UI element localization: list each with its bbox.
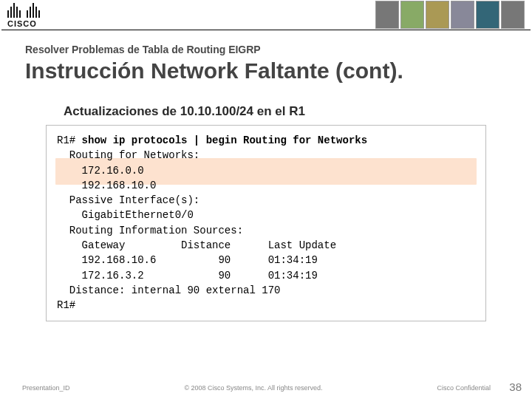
footer: Presentation_ID © 2008 Cisco Systems, In… (0, 384, 532, 392)
top-bar: CISCO (0, 0, 532, 30)
terminal-line: R1# (57, 298, 475, 313)
page-number: 38 (509, 381, 522, 393)
terminal-line: Distance: internal 90 external 170 (57, 283, 475, 298)
slide-content: Resolver Problemas de Tabla de Routing E… (0, 30, 532, 321)
footer-right: Cisco Confidential (437, 384, 491, 392)
terminal-output: R1# show ip protocols | begin Routing fo… (47, 126, 485, 321)
terminal-line: Routing for Networks: (57, 148, 475, 163)
terminal-line: Routing Information Sources: (57, 223, 475, 238)
slide-kicker: Resolver Problemas de Tabla de Routing E… (25, 44, 507, 55)
footer-center: © 2008 Cisco Systems, Inc. All rights re… (70, 384, 437, 392)
terminal-line: 172.16.3.2 90 01:34:19 (57, 268, 475, 283)
terminal-line: GigabitEthernet0/0 (57, 208, 475, 222)
terminal-line: Gateway Distance Last Update (57, 238, 475, 253)
slide-subhead: Actualizaciones de 10.10.100/24 en el R1 (64, 104, 507, 119)
terminal-frame: R1# show ip protocols | begin Routing fo… (46, 125, 486, 321)
cisco-logo: CISCO (7, 1, 40, 28)
terminal-line: 192.168.10.6 90 01:34:19 (57, 253, 475, 267)
footer-left: Presentation_ID (22, 384, 70, 392)
cisco-logo-text: CISCO (7, 19, 40, 28)
slide-title: Instrucción Network Faltante (cont). (25, 58, 507, 83)
cisco-bars-icon (7, 1, 40, 18)
terminal-line: 192.168.10.0 (57, 178, 475, 193)
terminal-line-prompt: R1# show ip protocols | begin Routing fo… (57, 133, 475, 148)
terminal-line: Passive Interface(s): (57, 193, 475, 208)
terminal-line: 172.16.0.0 (57, 163, 475, 178)
header-people-strip (375, 1, 525, 29)
